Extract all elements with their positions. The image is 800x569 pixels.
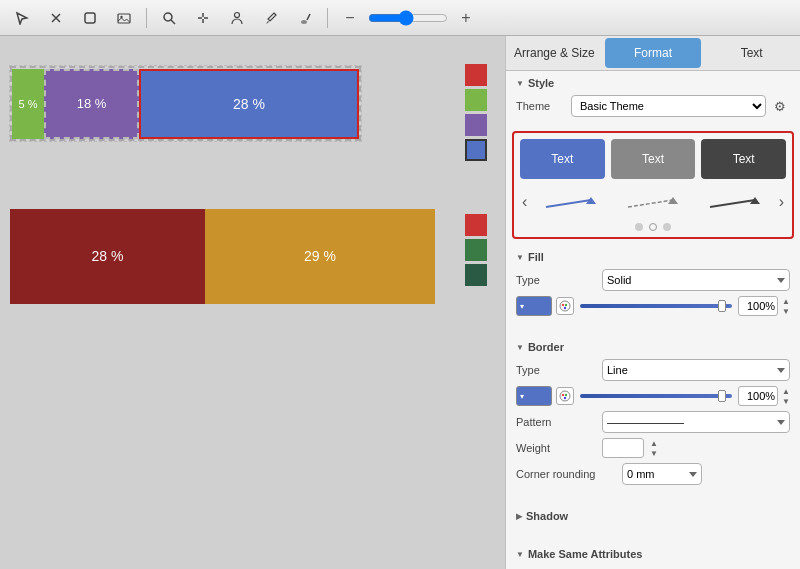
zoom-controls: − + bbox=[336, 6, 480, 30]
fill-opacity-spinners: ▲ ▼ bbox=[782, 297, 790, 316]
border-color-caret: ▾ bbox=[520, 392, 524, 401]
style-card-gray[interactable]: Text bbox=[611, 139, 696, 179]
style-cards-container: Text Text Text ‹ bbox=[512, 131, 794, 239]
arrow-sample-gray[interactable] bbox=[616, 187, 690, 217]
eyedropper-btn[interactable] bbox=[257, 6, 285, 30]
border-pattern-row: Pattern ——————— bbox=[516, 411, 790, 433]
fill-type-row: Type Solid bbox=[516, 269, 790, 291]
corner-rounding-row: Corner rounding 0 mm bbox=[516, 463, 790, 485]
fill-type-select[interactable]: Solid bbox=[602, 269, 790, 291]
style-label: Style bbox=[528, 77, 554, 89]
border-opacity-up[interactable]: ▲ bbox=[782, 387, 790, 396]
border-weight-input[interactable]: 0 pt bbox=[602, 438, 644, 458]
settings-btn[interactable] bbox=[76, 6, 104, 30]
svg-line-8 bbox=[628, 200, 673, 207]
node-select-btn[interactable] bbox=[42, 6, 70, 30]
arrows-row: ‹ bbox=[520, 187, 786, 217]
theme-label: Theme bbox=[516, 100, 571, 112]
theme-row: Theme Basic Theme ⚙ bbox=[516, 95, 790, 117]
swatch-blue-selected bbox=[465, 139, 487, 161]
shadow-header[interactable]: ▶ Shadow bbox=[516, 510, 790, 522]
svg-point-14 bbox=[565, 304, 567, 306]
make-same-header[interactable]: ▼ Make Same Attributes bbox=[516, 548, 790, 560]
page-dots bbox=[520, 223, 786, 231]
border-weight-down[interactable]: ▼ bbox=[650, 449, 658, 458]
border-header[interactable]: ▼ Border bbox=[516, 341, 790, 353]
border-color-row: ▾ ▲ ▼ bbox=[516, 386, 790, 406]
fill-header[interactable]: ▼ Fill bbox=[516, 251, 790, 263]
zoom-out-btn[interactable]: − bbox=[336, 6, 364, 30]
fill-opacity-up[interactable]: ▲ bbox=[782, 297, 790, 306]
svg-rect-1 bbox=[118, 14, 130, 23]
svg-point-12 bbox=[560, 301, 570, 311]
image-btn[interactable] bbox=[110, 6, 138, 30]
fill-opacity-input[interactable] bbox=[738, 296, 778, 316]
style-card-dark[interactable]: Text bbox=[701, 139, 786, 179]
dot-1[interactable] bbox=[635, 223, 643, 231]
side-swatches-bottom bbox=[465, 214, 487, 286]
swatch-purple bbox=[465, 114, 487, 136]
brush-btn[interactable] bbox=[291, 6, 319, 30]
fill-color-row: ▾ ▲ ▼ bbox=[516, 296, 790, 316]
make-same-label: Make Same Attributes bbox=[528, 548, 643, 560]
border-opacity-slider[interactable] bbox=[580, 394, 732, 398]
select-tool-btn[interactable] bbox=[8, 6, 36, 30]
tab-format[interactable]: Format bbox=[605, 38, 702, 68]
style-card-blue[interactable]: Text bbox=[520, 139, 605, 179]
arrow-sample-blue[interactable] bbox=[533, 187, 607, 217]
pan-btn[interactable] bbox=[189, 6, 217, 30]
svg-point-15 bbox=[564, 307, 566, 309]
border-type-label: Type bbox=[516, 364, 596, 376]
arrow-sample-dark[interactable] bbox=[698, 187, 772, 217]
dot-3[interactable] bbox=[663, 223, 671, 231]
canvas-area[interactable]: 5 % 18 % 28 % 28 % 29 % bbox=[0, 36, 505, 569]
corner-rounding-select[interactable]: 0 mm bbox=[622, 463, 702, 485]
tab-text[interactable]: Text bbox=[703, 36, 800, 70]
right-panel: Arrange & Size Format Text ▼ Style Theme… bbox=[505, 36, 800, 569]
theme-gear-icon[interactable]: ⚙ bbox=[770, 96, 790, 116]
search-btn[interactable] bbox=[155, 6, 183, 30]
tab-arrange-size[interactable]: Arrange & Size bbox=[506, 36, 603, 70]
toolbar-divider bbox=[146, 8, 147, 28]
border-pattern-select[interactable]: ——————— bbox=[602, 411, 790, 433]
swatch-dkgreen bbox=[465, 239, 487, 261]
side-swatches bbox=[465, 64, 487, 161]
zoom-in-btn[interactable]: + bbox=[452, 6, 480, 30]
fill-section: ▼ Fill Type Solid ▾ bbox=[506, 245, 800, 327]
svg-line-10 bbox=[710, 200, 755, 207]
style-triangle: ▼ bbox=[516, 79, 524, 88]
border-type-row: Type Line bbox=[516, 359, 790, 381]
border-weight-up[interactable]: ▲ bbox=[650, 439, 658, 448]
border-type-select[interactable]: Line bbox=[602, 359, 790, 381]
bar-blue-selected[interactable]: 28 % bbox=[139, 69, 359, 139]
shadow-section: ▶ Shadow bbox=[506, 504, 800, 534]
fill-color-btn[interactable]: ▾ bbox=[516, 296, 552, 316]
arrow-next[interactable]: › bbox=[777, 193, 786, 211]
style-cards: Text Text Text bbox=[520, 139, 786, 179]
dot-2[interactable] bbox=[649, 223, 657, 231]
fill-opacity-slider[interactable] bbox=[580, 304, 732, 308]
border-opacity-down[interactable]: ▼ bbox=[782, 397, 790, 406]
style-section: ▼ Style Theme Basic Theme ⚙ bbox=[506, 71, 800, 131]
border-color-btn[interactable]: ▾ bbox=[516, 386, 552, 406]
border-pattern-label: Pattern bbox=[516, 416, 596, 428]
border-palette-btn[interactable] bbox=[556, 387, 574, 405]
bar-green-small: 5 % bbox=[12, 69, 44, 139]
border-opacity-spinners: ▲ ▼ bbox=[782, 387, 790, 406]
arrow-samples bbox=[533, 187, 772, 217]
border-weight-label: Weight bbox=[516, 442, 596, 454]
corner-rounding-label: Corner rounding bbox=[516, 468, 616, 480]
arrow-prev[interactable]: ‹ bbox=[520, 193, 529, 211]
border-weight-spinners: ▲ ▼ bbox=[650, 439, 658, 458]
zoom-slider[interactable] bbox=[368, 10, 448, 26]
person-btn[interactable] bbox=[223, 6, 251, 30]
svg-point-17 bbox=[562, 394, 564, 396]
fill-palette-btn[interactable] bbox=[556, 297, 574, 315]
style-header[interactable]: ▼ Style bbox=[516, 77, 790, 89]
border-opacity-input[interactable] bbox=[738, 386, 778, 406]
swatch-red bbox=[465, 64, 487, 86]
main-container: 5 % 18 % 28 % 28 % 29 % bbox=[0, 36, 800, 569]
theme-select[interactable]: Basic Theme bbox=[571, 95, 766, 117]
fill-opacity-down[interactable]: ▼ bbox=[782, 307, 790, 316]
border-label: Border bbox=[528, 341, 564, 353]
